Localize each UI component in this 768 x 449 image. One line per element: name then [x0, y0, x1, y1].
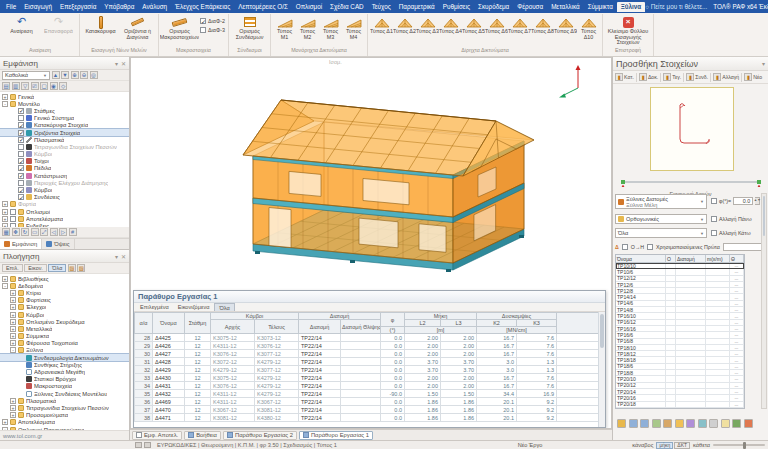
tree-item[interactable]: Περιοχές Ελέγχου Διάτμησης — [0, 179, 129, 186]
checkbox-icon[interactable] — [18, 187, 24, 193]
expand-icon[interactable]: + — [10, 398, 16, 404]
checkbox-icon[interactable] — [18, 180, 24, 186]
section-filter-combo[interactable]: Όλα▼ — [615, 228, 707, 238]
ribbon-button-5-6[interactable]: Τύπος Δ7 — [508, 14, 531, 35]
tree-item[interactable]: Κατακόρυφα Στοιχεία — [0, 122, 129, 129]
expand-icon[interactable]: + — [2, 216, 8, 222]
right-tool-4[interactable]: ▮Αλλαγή — [713, 73, 739, 81]
panel-menu-icon[interactable]: ▾ — [762, 60, 765, 67]
ribbon-button-3-0[interactable]: Ορισμός Συνδέσμων — [231, 14, 268, 40]
tree-item[interactable]: Στάθμες — [0, 107, 129, 114]
expand-icon[interactable]: + — [10, 326, 16, 332]
section-family-combo[interactable]: Ξύλινες ΔιατομέςΞύλινα Μέλη ▼ — [615, 194, 707, 209]
expand-icon[interactable]: + — [2, 201, 8, 207]
tree-item[interactable]: Πέδιλα — [0, 165, 129, 172]
more-button[interactable]: ... — [730, 357, 744, 362]
change-bottom-checkbox[interactable] — [711, 230, 717, 236]
checkbox-icon[interactable] — [18, 130, 24, 136]
work-window-tab-2[interactable]: Όλα — [214, 303, 234, 311]
expand-icon[interactable]: + — [10, 297, 16, 303]
panel-close-icon[interactable]: ✕ — [121, 253, 126, 260]
expand-icon[interactable]: + — [2, 209, 8, 215]
ribbon-button-4-1[interactable]: Τύπος Μ2 — [296, 14, 319, 40]
phi-input[interactable]: 0.0 — [733, 197, 753, 205]
menu-tab-1[interactable]: Εισαγωγή — [20, 2, 56, 12]
more-button[interactable]: ... — [730, 282, 744, 287]
zoom-in-icon[interactable]: ⊕ — [71, 71, 79, 79]
table-row[interactable]: 32Δ442912Κ4279-12Κ3077-12ΤΡ22/140.03.703… — [135, 366, 600, 374]
zoom-window-icon[interactable]: ▭ — [31, 228, 39, 236]
collapse-icon[interactable]: - — [2, 101, 8, 107]
right-tool-2[interactable]: ▮Τεγ. — [663, 73, 681, 81]
website-link[interactable]: www.tol.com.gr — [0, 430, 129, 440]
expand-icon[interactable]: + — [10, 290, 16, 296]
zoom-extents-icon[interactable]: ◎ — [90, 71, 98, 79]
tree-item[interactable]: Γενικό Σύστημα — [0, 115, 129, 122]
more-button[interactable]: ... — [730, 320, 744, 325]
more-button[interactable]: ... — [730, 276, 744, 281]
checkbox-icon[interactable] — [136, 432, 142, 438]
sheet-icon[interactable] — [721, 419, 730, 428]
table-row[interactable]: 34Δ443112Κ3076-12Κ4279-12ΤΡ22/140.02.002… — [135, 382, 600, 390]
ribbon-button-5-3[interactable]: Τύπος Δ4 — [439, 14, 462, 35]
tree-item[interactable]: +Γενικά — [0, 93, 129, 100]
expand-icon[interactable]: + — [10, 405, 16, 411]
checkbox-icon[interactable] — [10, 209, 16, 215]
ribbon-button-0-0[interactable]: ↶Αναίρεση — [3, 14, 40, 35]
work-window-title[interactable]: Παράθυρο Εργασίας 1 — [134, 291, 605, 303]
phi-checkbox[interactable] — [711, 198, 717, 204]
display-scope-combo[interactable]: Καθολικά▼ — [2, 71, 50, 80]
more-button[interactable]: ... — [730, 307, 744, 312]
grid-icon[interactable]: # — [69, 228, 77, 236]
library-icon[interactable] — [663, 419, 672, 428]
ribbon-button-5-9[interactable]: Τύπος Δ10 — [577, 14, 600, 40]
tree-item[interactable]: +Κόμβοι — [0, 311, 129, 318]
tree-item[interactable]: -Δεδομένα — [0, 282, 129, 289]
tree-item[interactable]: +Βιβλιοθήκες — [0, 275, 129, 282]
table-row[interactable]: 28Δ442512Κ3075-12Κ3073-12ΤΡ22/140.02.002… — [135, 334, 600, 342]
menu-tab-8[interactable]: Σχέδια CAD — [326, 2, 368, 12]
table-row[interactable]: 29Δ442612Κ4311-12Κ3076-12ΤΡ22/140.02.002… — [135, 342, 600, 350]
checkbox-icon[interactable] — [18, 137, 24, 143]
menu-tab-12[interactable]: Σκυρόδεμα — [474, 2, 513, 12]
beam-lib-icon[interactable] — [617, 419, 626, 428]
tree-item[interactable]: Κατάστρωση — [0, 172, 129, 179]
ribbon-button-5-2[interactable]: Τύπος Δ3 — [416, 14, 439, 35]
ribbon-button-4-2[interactable]: Τύπος Μ3 — [319, 14, 342, 40]
oh-checkbox[interactable] — [622, 244, 628, 250]
grid-button-1[interactable]: ΔΚΤ — [674, 442, 690, 449]
prev-view-icon[interactable]: ◁ — [50, 228, 58, 236]
panel-menu-icon[interactable]: ▾ — [115, 60, 118, 67]
checkbox-icon[interactable] — [18, 173, 24, 179]
vertical-scrollbar[interactable] — [761, 193, 767, 409]
menu-tab-7[interactable]: Οπλισμοί — [292, 2, 326, 12]
tree-item[interactable]: +Αποτελέσματα — [0, 419, 129, 426]
menu-tab-16[interactable]: Ξύλινα — [617, 2, 645, 12]
used-first-checkbox[interactable] — [647, 244, 653, 250]
filter-icon[interactable]: ▽ — [21, 82, 29, 90]
ribbon-button-5-1[interactable]: Τύπος Δ2 — [393, 14, 416, 35]
expand-icon[interactable]: + — [10, 304, 16, 310]
up-arrow-icon[interactable]: ▲ — [52, 71, 60, 79]
menu-tab-6[interactable]: Λεπτομέρειες Ο/Σ — [234, 2, 292, 12]
ribbon-button-6-0[interactable]: ×Κλείσιμο Φύλλου Εισαγωγής Στοιχείων — [605, 14, 651, 46]
print-icon[interactable]: ⎚ — [31, 82, 39, 90]
work-window-tab-1[interactable]: Εικονιζόμενα — [174, 303, 214, 311]
more-button[interactable]: ... — [730, 402, 744, 407]
expand-icon[interactable]: + — [10, 412, 16, 418]
tree-item[interactable]: Στατικοί Βρόγχοι — [0, 376, 129, 383]
table-row[interactable]: 33Δ443012Κ3075-12Κ4279-12ΤΡ22/140.02.002… — [135, 374, 600, 382]
ribbon-button-5-5[interactable]: Τύπος Δ6 — [485, 14, 508, 35]
change-top-checkbox[interactable] — [711, 216, 717, 222]
right-tool-1[interactable]: ▮Δοκ. — [639, 73, 658, 81]
mdi-tab-0[interactable]: Εμφ. Αποτελ. — [132, 431, 182, 440]
more-button[interactable]: ... — [730, 339, 744, 344]
tree-item[interactable]: +Οπλισμοί — [0, 208, 129, 215]
display-tab-0[interactable]: Εμφάνιση — [0, 239, 42, 249]
menu-tab-9[interactable]: Τεύχος — [368, 2, 395, 12]
checkbox-icon[interactable] — [18, 158, 24, 164]
tree-item[interactable]: Τοίχοι — [0, 158, 129, 165]
tree-item[interactable]: Αδρανειακά Μεγέθη — [0, 368, 129, 375]
doc-icon[interactable] — [709, 419, 718, 428]
next-view-icon[interactable]: ▷ — [59, 228, 67, 236]
